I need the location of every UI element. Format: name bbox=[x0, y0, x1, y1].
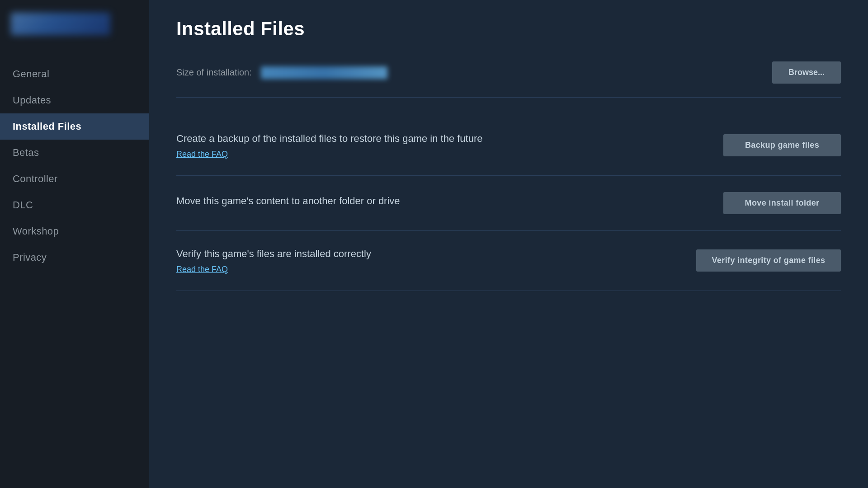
sidebar-item-general[interactable]: General bbox=[0, 61, 149, 87]
backup-description: Create a backup of the installed files t… bbox=[176, 132, 723, 159]
sidebar-item-dlc[interactable]: DLC bbox=[0, 192, 149, 218]
backup-faq-link[interactable]: Read the FAQ bbox=[176, 150, 228, 159]
game-logo bbox=[0, 0, 149, 47]
sidebar-item-controller[interactable]: Controller bbox=[0, 166, 149, 192]
verify-title: Verify this game's files are installed c… bbox=[176, 247, 678, 261]
backup-row: Create a backup of the installed files t… bbox=[176, 116, 841, 176]
verify-description: Verify this game's files are installed c… bbox=[176, 247, 696, 274]
verify-integrity-button[interactable]: Verify integrity of game files bbox=[696, 249, 841, 272]
move-description: Move this game's content to another fold… bbox=[176, 194, 723, 212]
installation-size-left: Size of installation: bbox=[176, 66, 387, 79]
sidebar-item-privacy[interactable]: Privacy bbox=[0, 244, 149, 271]
main-content: Installed Files Size of installation: Br… bbox=[149, 0, 868, 488]
verify-row: Verify this game's files are installed c… bbox=[176, 231, 841, 291]
sidebar-item-updates[interactable]: Updates bbox=[0, 87, 149, 113]
browse-button[interactable]: Browse... bbox=[772, 61, 841, 84]
game-logo-image bbox=[11, 13, 110, 35]
sidebar-nav: General Updates Installed Files Betas Co… bbox=[0, 47, 149, 271]
sidebar-item-workshop[interactable]: Workshop bbox=[0, 218, 149, 244]
move-row: Move this game's content to another fold… bbox=[176, 176, 841, 231]
sidebar-item-betas[interactable]: Betas bbox=[0, 140, 149, 166]
backup-button[interactable]: Backup game files bbox=[723, 134, 841, 156]
move-install-folder-button[interactable]: Move install folder bbox=[723, 192, 841, 214]
page-title: Installed Files bbox=[176, 18, 841, 40]
installation-size-row: Size of installation: Browse... bbox=[176, 61, 841, 98]
backup-title: Create a backup of the installed files t… bbox=[176, 132, 705, 146]
size-label: Size of installation: bbox=[176, 67, 252, 78]
move-title: Move this game's content to another fold… bbox=[176, 194, 705, 208]
sidebar: General Updates Installed Files Betas Co… bbox=[0, 0, 149, 488]
sidebar-item-installed-files[interactable]: Installed Files bbox=[0, 113, 149, 140]
size-value-blurred bbox=[261, 66, 387, 79]
verify-faq-link[interactable]: Read the FAQ bbox=[176, 265, 228, 274]
